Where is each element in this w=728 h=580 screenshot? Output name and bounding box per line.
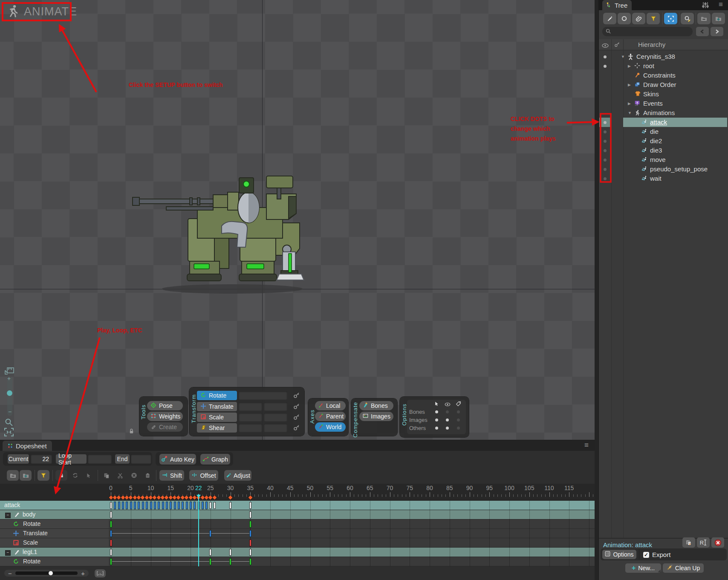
new-animation-button[interactable]: + New...: [625, 563, 661, 573]
chevron-down-icon[interactable]: ▼: [628, 111, 632, 115]
offset-button[interactable]: Offset: [189, 470, 218, 481]
graph-button[interactable]: Graph: [200, 454, 230, 465]
tree-menu-icon[interactable]: ≡: [719, 0, 723, 9]
tree-item-animation-attack[interactable]: attack: [599, 118, 728, 127]
tab-tree[interactable]: Tree: [602, 0, 632, 10]
delete-keys-button[interactable]: [128, 470, 140, 481]
pose-tool-button[interactable]: Pose: [147, 401, 183, 410]
viewport-zoom-handle[interactable]: [7, 390, 12, 396]
playback-dot[interactable]: [604, 177, 607, 180]
dopesheet-menu-icon[interactable]: ≡: [584, 441, 589, 450]
tree-item-skins[interactable]: Skins: [599, 89, 728, 99]
chevron-right-icon[interactable]: ▶: [628, 64, 631, 68]
options-dot[interactable]: [446, 427, 449, 430]
options-dot[interactable]: [457, 427, 460, 430]
timeline-row-body[interactable]: − body: [0, 510, 595, 519]
tree-item-animations[interactable]: ▼ Animations: [599, 108, 728, 118]
end-field[interactable]: [131, 454, 151, 464]
tab-dopesheet[interactable]: Dopesheet: [3, 441, 52, 451]
zoom-out-icon[interactable]: −: [8, 408, 12, 415]
search-prev-button[interactable]: [696, 27, 709, 36]
tree-item-skeleton[interactable]: ▼ Cerynitis_s38: [599, 52, 728, 61]
tree-search-input[interactable]: [602, 27, 693, 36]
options-dot[interactable]: [457, 418, 460, 421]
lock-icon[interactable]: [128, 428, 135, 436]
playback-dot[interactable]: [604, 149, 607, 152]
scale-y-field[interactable]: [264, 413, 287, 421]
collapse-all-button[interactable]: [7, 470, 19, 481]
chevron-right-icon[interactable]: ▶: [628, 83, 631, 87]
tree-item-draw-order[interactable]: ▶ Draw Order: [599, 80, 728, 89]
tree-item-animation-move[interactable]: move: [599, 155, 728, 164]
adjust-button[interactable]: Adjust: [224, 470, 251, 481]
tree-item-constraints[interactable]: Constraints: [599, 71, 728, 80]
timeline-ruler[interactable]: 0510152025303540455055606570758085909510…: [0, 484, 595, 501]
loop-start-field[interactable]: [88, 454, 112, 464]
options-dot[interactable]: [446, 418, 449, 421]
collapse-icon[interactable]: −: [5, 513, 11, 518]
paste-button[interactable]: [142, 470, 153, 481]
playback-dot[interactable]: [604, 159, 607, 162]
zoom-in-icon[interactable]: +: [7, 375, 11, 382]
lock-button[interactable]: [55, 470, 67, 481]
timeline-zoom-handle[interactable]: [49, 571, 53, 575]
timeline-rows[interactable]: attack − body Rotate Translate Scale −: [0, 501, 595, 566]
timeline-row-attack[interactable]: attack: [0, 501, 595, 510]
timeline-row-body-scale[interactable]: Scale: [0, 538, 595, 548]
zoom-out-icon[interactable]: −: [8, 570, 12, 577]
fit-view-icon[interactable]: [3, 427, 14, 439]
tree-item-animation-pseudo-setup-pose[interactable]: pseudo_setup_pose: [599, 164, 728, 174]
shift-button[interactable]: Shift: [159, 470, 184, 481]
playback-dot[interactable]: [604, 130, 607, 133]
mode-toggle-animate[interactable]: ANIMATE: [6, 4, 77, 19]
export-checkbox[interactable]: ✓ Export: [643, 551, 670, 558]
pose-tool-button-small[interactable]: [603, 13, 616, 24]
options-button[interactable]: Options: [602, 550, 636, 559]
create-tool-button[interactable]: Create: [147, 422, 183, 432]
compensate-bones-button[interactable]: Bones: [359, 401, 393, 410]
playback-dot[interactable]: [604, 140, 607, 143]
scale-tool-button[interactable]: Scale: [197, 413, 237, 422]
options-dot[interactable]: [446, 410, 449, 413]
collapse-tree-button[interactable]: [697, 13, 711, 24]
delete-animation-button[interactable]: [711, 537, 724, 548]
copy-button[interactable]: [101, 470, 113, 481]
focus-selection-button[interactable]: [664, 13, 677, 24]
filter-button[interactable]: [647, 13, 660, 24]
tree-item-animation-die3[interactable]: die3: [599, 146, 728, 155]
timeline-row-body-translate[interactable]: Translate: [0, 529, 595, 538]
translate-y-field[interactable]: [264, 402, 287, 411]
playback-dot[interactable]: [604, 65, 607, 68]
axes-world-button[interactable]: World: [315, 422, 346, 432]
timeline-row-legL1[interactable]: − legL1: [0, 548, 595, 557]
rename-animation-button[interactable]: R: [697, 537, 710, 548]
viewport[interactable]: ANIMATE + −: [0, 0, 595, 440]
shear-x-field[interactable]: [239, 424, 262, 432]
playback-dot[interactable]: [604, 55, 607, 58]
tree-item-animation-wait[interactable]: wait: [599, 174, 728, 183]
tree-item-root[interactable]: ▶ root: [599, 61, 728, 71]
translate-tool-button[interactable]: Translate: [197, 402, 237, 411]
translate-key-icon[interactable]: [293, 403, 300, 410]
rotate-value-field[interactable]: [239, 391, 287, 400]
chevron-right-icon[interactable]: ▶: [628, 101, 631, 106]
frames-ruler-toggle[interactable]: [95, 569, 106, 577]
current-frame-field[interactable]: 22: [31, 454, 52, 464]
rotate-key-icon[interactable]: [293, 392, 300, 398]
tree-item-events[interactable]: ▶ Events: [599, 99, 728, 108]
cut-button[interactable]: [114, 470, 126, 481]
pointer-button[interactable]: [83, 470, 95, 481]
options-dot[interactable]: [457, 410, 460, 413]
ghosting-button[interactable]: [618, 13, 631, 24]
duplicate-animation-button[interactable]: [682, 537, 695, 548]
clean-up-button[interactable]: Clean Up: [663, 563, 704, 573]
cycle-button[interactable]: [69, 470, 81, 481]
collapse-icon[interactable]: −: [5, 550, 11, 556]
tree-item-animation-die[interactable]: die: [599, 127, 728, 136]
options-dot[interactable]: [435, 410, 438, 413]
expand-tree-button[interactable]: [712, 13, 725, 24]
attachments-button[interactable]: [632, 13, 645, 24]
timeline-row-body-rotate[interactable]: Rotate: [0, 519, 595, 529]
chevron-down-icon[interactable]: ▼: [621, 55, 625, 59]
mech-character[interactable]: [126, 168, 335, 296]
